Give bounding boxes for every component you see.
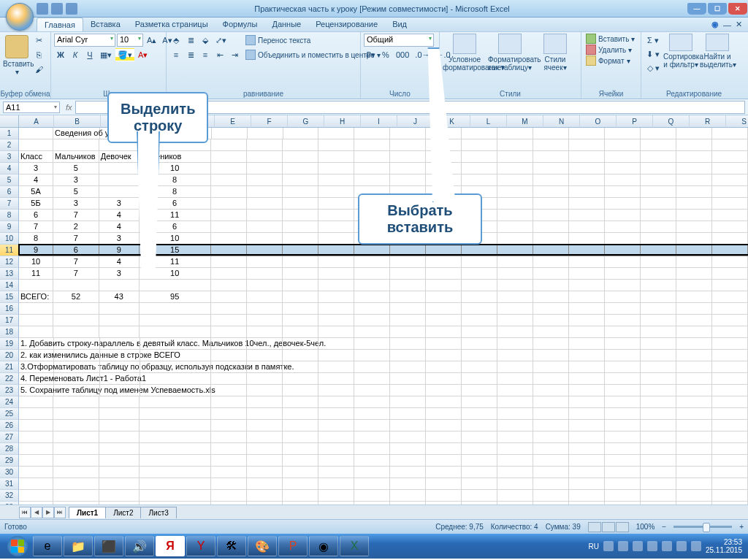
row-header-28[interactable]: 28 (0, 443, 19, 455)
row-19[interactable]: 1. Добавить строку-параллель в девятый к… (19, 338, 748, 350)
cell-R25[interactable] (676, 408, 712, 420)
task-yandex-icon[interactable]: Я (156, 536, 185, 556)
cell-J26[interactable] (390, 420, 426, 431)
cell-R26[interactable] (676, 420, 712, 431)
cell-M26[interactable] (497, 420, 533, 431)
cell-I24[interactable] (354, 396, 390, 408)
cell-A26[interactable] (19, 420, 53, 431)
cell-S6[interactable] (712, 186, 748, 198)
cell-P5[interactable] (605, 174, 641, 186)
insert-cells-button[interactable]: Вставить ▾ (584, 34, 636, 44)
cell-A15[interactable]: ВСЕГО: (19, 291, 53, 303)
cell-O32[interactable] (569, 490, 605, 502)
cell-C16[interactable] (99, 303, 140, 315)
cell-N19[interactable] (533, 338, 569, 350)
cell-H16[interactable] (318, 303, 354, 315)
cell-J2[interactable] (390, 139, 426, 151)
cell-K31[interactable] (426, 478, 462, 490)
row-header-11[interactable]: 11 (0, 245, 19, 256)
cell-E5[interactable] (211, 174, 247, 186)
cell-I22[interactable] (354, 373, 390, 385)
row-header-4[interactable]: 4 (0, 163, 19, 174)
row-header-25[interactable]: 25 (0, 408, 19, 420)
cell-S27[interactable] (712, 431, 748, 443)
cell-S28[interactable] (712, 443, 748, 455)
cell-G31[interactable] (283, 478, 318, 490)
cell-R32[interactable] (676, 490, 712, 502)
cell-Q16[interactable] (641, 303, 676, 315)
cell-L1[interactable] (462, 128, 497, 139)
cell-Q32[interactable] (641, 490, 676, 502)
minimize-ribbon-icon[interactable]: — (723, 20, 731, 29)
cell-Q18[interactable] (641, 326, 676, 338)
cell-K19[interactable] (426, 338, 462, 350)
row-header-1[interactable]: 1 (0, 128, 19, 139)
cell-G10[interactable] (283, 233, 318, 245)
cell-N15[interactable] (533, 291, 569, 303)
cell-R23[interactable] (676, 385, 712, 396)
row-31[interactable] (19, 478, 748, 490)
col-header-M[interactable]: M (507, 115, 543, 128)
cell-K18[interactable] (426, 326, 462, 338)
cell-J3[interactable] (390, 151, 426, 163)
cell-B7[interactable]: 3 (53, 198, 99, 210)
name-box[interactable]: A11 (3, 101, 60, 113)
row-header-32[interactable]: 32 (0, 490, 19, 502)
cell-A22[interactable]: 4. Переменовать Лист1 - Работа1 (19, 373, 54, 385)
cell-F31[interactable] (247, 478, 283, 490)
cell-G29[interactable] (283, 455, 318, 467)
tab-home[interactable]: Главная (37, 18, 83, 31)
orientation-icon[interactable]: ⤢▾ (213, 34, 229, 47)
cell-C5[interactable] (99, 174, 140, 186)
cell-O25[interactable] (569, 408, 605, 420)
cell-N5[interactable] (533, 174, 569, 186)
col-header-R[interactable]: R (690, 115, 726, 128)
cell-S7[interactable] (712, 198, 748, 210)
cell-G13[interactable] (283, 268, 318, 280)
cell-M3[interactable] (497, 151, 533, 163)
cell-P9[interactable] (605, 221, 641, 233)
row-25[interactable] (19, 408, 748, 420)
cell-L2[interactable] (462, 139, 497, 151)
cell-B12[interactable]: 7 (53, 256, 99, 268)
cell-A18[interactable] (19, 326, 53, 338)
cell-N7[interactable] (533, 198, 569, 210)
cell-N3[interactable] (533, 151, 569, 163)
cell-H31[interactable] (318, 478, 354, 490)
cell-R21[interactable] (676, 361, 712, 373)
row-22[interactable]: 4. Переменовать Лист1 - Работа1 (19, 373, 748, 385)
cell-H7[interactable] (318, 198, 354, 210)
cell-B20[interactable] (54, 350, 100, 361)
tab-page-layout[interactable]: Разметка страницы (128, 18, 215, 31)
cell-Q31[interactable] (641, 478, 676, 490)
row-header-13[interactable]: 13 (0, 268, 19, 280)
cell-A25[interactable] (19, 408, 53, 420)
cell-K20[interactable] (426, 350, 462, 361)
sheet-nav-prev[interactable]: ◀ (31, 507, 42, 518)
cell-J14[interactable] (390, 280, 426, 291)
cell-G8[interactable] (283, 210, 318, 221)
cell-Q15[interactable] (641, 291, 676, 303)
cell-L31[interactable] (462, 478, 497, 490)
row-4[interactable]: 3510 (19, 163, 748, 174)
row-28[interactable] (19, 443, 748, 455)
cell-N8[interactable] (533, 210, 569, 221)
cell-M29[interactable] (497, 455, 533, 467)
cell-B28[interactable] (53, 443, 99, 455)
row-header-17[interactable]: 17 (0, 315, 19, 326)
cell-L24[interactable] (462, 396, 497, 408)
cell-A14[interactable] (19, 280, 53, 291)
cell-I29[interactable] (354, 455, 390, 467)
cell-P16[interactable] (605, 303, 641, 315)
cell-E10[interactable] (211, 233, 247, 245)
cell-F25[interactable] (247, 408, 283, 420)
start-button[interactable] (3, 534, 32, 559)
cell-I3[interactable] (354, 151, 390, 163)
row-header-30[interactable]: 30 (0, 467, 19, 478)
cell-P19[interactable] (605, 338, 641, 350)
row-header-3[interactable]: 3 (0, 151, 19, 163)
cell-G18[interactable] (283, 326, 318, 338)
cell-F24[interactable] (247, 396, 283, 408)
cell-C21[interactable] (100, 361, 140, 373)
select-all-corner[interactable] (0, 115, 19, 128)
